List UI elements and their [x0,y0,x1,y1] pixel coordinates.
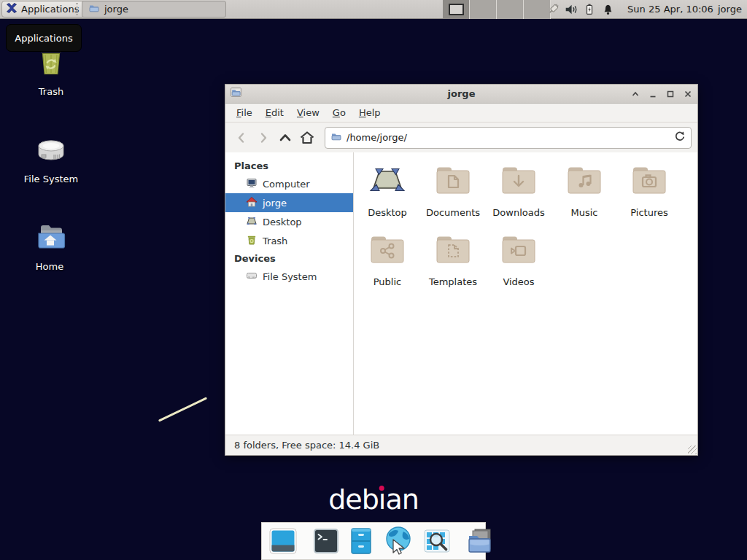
folder-templates-icon [434,232,472,273]
path-bar[interactable] [325,127,692,149]
web-browser-launcher[interactable] [382,525,415,557]
sidebar-item-computer[interactable]: Computer [225,174,353,193]
folder-launcher[interactable] [465,526,496,556]
resize-grip[interactable] [688,446,697,454]
close-icon[interactable] [683,89,693,99]
show-desktop-button[interactable] [268,526,298,556]
folder-documents-icon [434,163,472,203]
taskbar-window-button[interactable]: jorge [82,1,226,18]
terminal-launcher[interactable] [311,526,341,556]
minimize-icon[interactable] [648,89,658,99]
file-item-pictures[interactable]: Pictures [617,163,681,218]
file-name: Music [571,207,598,218]
menubar: File Edit View Go Help [225,104,697,122]
folder-pictures-icon [630,163,668,203]
file-name: Documents [426,207,480,218]
shade-icon[interactable] [630,89,640,99]
debian-logo: debıan [328,483,419,516]
file-item-desktop[interactable]: Desktop [355,163,419,218]
refresh-icon[interactable] [673,130,686,145]
panel-clock[interactable]: Sun 25 Apr, 10:06 [626,0,715,19]
home-icon [246,196,258,210]
forward-button[interactable] [253,128,274,148]
folder-music-icon [565,163,603,203]
notifications-bell-icon[interactable] [600,2,615,17]
sidebar-item-file-system[interactable]: File System [225,267,353,286]
window-body: Places Computer [225,152,697,435]
desktop-icon-file-system[interactable]: File System [16,131,86,184]
statusbar: 8 folders, Free space: 14.4 GiB [225,435,697,455]
system-tray [546,0,615,19]
applications-menu-button[interactable]: Applications [1,1,85,18]
folder-public-icon [368,232,406,273]
workspace-1[interactable] [443,0,470,19]
xfce-menu-icon [6,2,18,16]
desktop-icon-home[interactable]: Home [15,219,85,272]
file-item-documents[interactable]: Documents [421,163,485,218]
debian-red-dot [379,486,384,491]
app-finder-launcher[interactable] [422,526,452,556]
back-button[interactable] [231,128,252,148]
battery-charging-icon[interactable] [582,2,597,17]
file-manager-window: jorge File Edit View Go Help [225,84,698,456]
menu-file[interactable]: File [230,105,259,120]
panel-handle[interactable] [76,3,78,16]
toolbar [225,122,697,152]
sidebar-item-desktop[interactable]: Desktop [225,212,353,231]
sidebar-header-devices: Devices [225,250,353,267]
titlebar[interactable]: jorge [225,85,697,104]
desktop-icon-label: Trash [39,86,63,97]
workspace-3[interactable] [497,0,524,19]
folder-icon [330,131,342,145]
debian-logo-text-post: an [385,483,418,516]
file-item-templates[interactable]: Templates [421,232,485,287]
file-manager-launcher[interactable] [347,526,375,556]
sidebar: Places Computer [225,152,354,435]
file-name: Videos [503,276,534,287]
workspace-switcher [443,0,551,19]
maximize-icon[interactable] [665,89,676,99]
file-name: Pictures [630,207,667,218]
path-input[interactable] [347,132,669,143]
desktop-icon [368,163,406,203]
drive-icon [246,270,258,284]
sidebar-item-label: Computer [263,179,310,190]
network-cable-icon[interactable] [546,2,560,17]
tooltip-text: Applications [15,33,72,44]
workspace-2[interactable] [470,0,497,19]
desktop-icon-label: Home [36,261,63,272]
file-name: Templates [429,276,477,287]
debian-logo-text-pre: deb [328,483,379,516]
volume-icon[interactable] [564,2,578,17]
file-item-videos[interactable]: Videos [487,232,551,287]
folder-icon [88,2,100,16]
desktop-icon [246,215,258,229]
desktop-icon-label: File System [24,174,78,184]
hard-drive-icon [34,131,69,171]
sidebar-item-label: File System [263,271,317,282]
menu-edit[interactable]: Edit [259,105,290,120]
applications-menu-label: Applications [21,4,79,15]
file-name: Desktop [368,207,407,218]
menu-go[interactable]: Go [326,105,352,120]
file-item-music[interactable]: Music [552,163,616,218]
computer-icon [246,177,258,191]
home-folder-icon [32,219,67,258]
file-item-downloads[interactable]: Downloads [487,163,551,218]
home-button[interactable] [297,128,317,148]
taskbar-window-label: jorge [104,4,128,15]
panel-username[interactable]: jorge [718,0,742,19]
file-name: Public [374,276,401,287]
menu-help[interactable]: Help [352,105,387,120]
sidebar-item-jorge[interactable]: jorge [225,193,353,212]
trash-icon [246,234,258,248]
file-item-public[interactable]: Public [355,232,419,287]
up-button[interactable] [275,128,295,148]
top-panel: Applications jorge [0,0,747,19]
menu-view[interactable]: View [290,105,326,120]
window-controls [630,85,693,104]
debian-logo-i: ı [379,483,386,516]
file-name: Downloads [492,207,544,218]
dock [261,522,486,560]
sidebar-item-trash[interactable]: Trash [225,231,353,250]
